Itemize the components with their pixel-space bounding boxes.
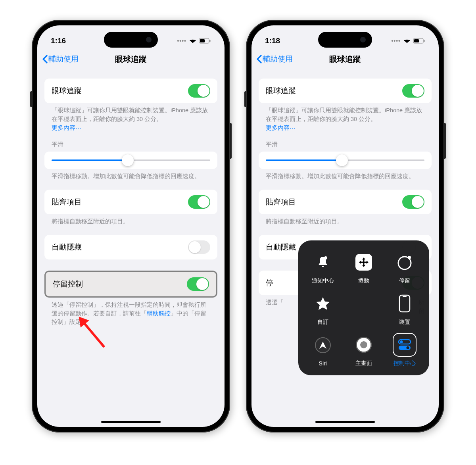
back-label: 輔助使用 [263,54,293,64]
eye-tracking-cell[interactable]: 眼球追蹤 [259,79,432,103]
cellular-icon: •••• [177,38,186,44]
smoothing-header: 平滑 [44,141,217,152]
cellular-icon: •••• [391,38,401,44]
star-icon [315,296,331,311]
svg-rect-8 [361,262,367,263]
eye-tracking-label: 眼球追蹤 [52,86,82,96]
svg-rect-5 [424,40,425,42]
at-home[interactable]: 主畫面 [343,330,384,370]
auto-hide-cell[interactable]: 自動隱藏 [44,235,217,259]
battery-icon [199,38,211,44]
at-scroll[interactable]: 捲動 [343,248,384,287]
nav-bar: 輔助使用 眼球追蹤 [37,49,225,69]
status-time: 1:16 [51,37,66,45]
smoothing-cell [259,152,432,169]
svg-point-15 [400,340,403,343]
eye-tracking-label: 眼球追蹤 [266,86,296,96]
smoothing-slider[interactable] [52,159,210,161]
nav-bar: 輔助使用 眼球追蹤 [251,49,439,69]
eye-tracking-footer: 「眼球追蹤」可讓你只用雙眼就能控制裝置。iPhone 應該放在平穩表面上，距離你… [44,103,217,132]
bell-icon [315,254,331,270]
chevron-left-icon [256,55,262,63]
eye-tracking-footer: 「眼球追蹤」可讓你只用雙眼就能控制裝置。iPhone 應該放在平穩表面上，距離你… [259,103,432,132]
back-label: 輔助使用 [48,54,79,64]
dwell-footer: 透過「停留控制」，保持注視一段指定的時間，即會執行所選的停留動作。若要自訂，請前… [44,298,217,327]
at-notification-center[interactable]: 通知中心 [302,248,343,287]
device-icon [398,294,411,313]
dwell-cell[interactable]: 停留控制 [44,271,217,298]
auto-hide-label: 自動隱藏 [266,242,296,252]
snap-toggle[interactable] [402,195,424,209]
page-title: 眼球追蹤 [115,54,147,65]
battery-icon [413,38,425,44]
smoothing-footer: 平滑指標移動。增加此數值可能會降低指標的回應速度。 [259,169,432,181]
smoothing-footer: 平滑指標移動。增加此數值可能會降低指標的回應速度。 [44,169,217,181]
dynamic-island [318,32,372,48]
snap-label: 貼齊項目 [266,197,296,207]
at-dwell[interactable]: 停留 [384,248,425,287]
control-center-icon [396,336,413,353]
assistivetouch-menu: 通知中心 捲動 停留 自訂 裝置 Siri [298,240,429,375]
svg-rect-11 [399,295,410,312]
assistive-touch-link[interactable]: 輔助觸控 [147,310,171,317]
more-link[interactable]: 更多內容⋯ [266,125,296,131]
smoothing-cell [44,152,217,169]
at-custom[interactable]: 自訂 [302,289,343,329]
wifi-icon [403,38,411,44]
more-link[interactable]: 更多內容⋯ [52,125,81,131]
dwell-toggle[interactable] [187,277,209,291]
svg-rect-2 [209,40,211,42]
dwell-icon [396,254,413,271]
phone-right: 1:18 •••• 輔助使用 眼球追蹤 [246,20,444,432]
screen: 1:18 •••• 輔助使用 眼球追蹤 [251,25,439,427]
dwell-label: 停留控制 [53,279,83,289]
snap-footer: 將指標自動移至附近的項目。 [259,214,432,226]
svg-point-10 [408,256,411,259]
at-control-center[interactable]: 控制中心 [384,330,425,370]
page-title: 眼球追蹤 [329,54,361,65]
snap-cell[interactable]: 貼齊項目 [259,190,432,214]
snap-cell[interactable]: 貼齊項目 [44,190,217,214]
svg-rect-1 [200,39,205,42]
auto-hide-toggle[interactable] [188,240,210,254]
phone-left: 1:16 •••• 輔助使用 眼球追蹤 [32,20,230,432]
at-device[interactable]: 裝置 [384,289,425,329]
dwell-label-partial: 停 [266,278,273,288]
screen: 1:16 •••• 輔助使用 眼球追蹤 [37,25,225,427]
home-indicator[interactable] [101,421,161,423]
at-siri[interactable]: Siri [302,330,343,370]
back-button[interactable]: 輔助使用 [42,54,79,64]
smoothing-slider[interactable] [266,159,424,161]
svg-point-17 [407,346,409,349]
snap-footer: 將指標自動移至附近的項目。 [44,214,217,226]
snap-label: 貼齊項目 [52,197,82,207]
home-icon [356,337,372,353]
status-time: 1:18 [265,37,280,45]
eye-tracking-toggle[interactable] [188,84,210,98]
svg-rect-12 [403,296,407,297]
svg-point-6 [324,256,327,259]
home-indicator[interactable] [315,421,375,423]
wifi-icon [189,38,197,44]
chevron-left-icon [42,55,48,63]
snap-toggle[interactable] [188,195,210,209]
auto-hide-label: 自動隱藏 [52,242,82,252]
dynamic-island [104,32,158,48]
eye-tracking-cell[interactable]: 眼球追蹤 [44,79,217,103]
siri-icon [315,337,331,354]
svg-rect-4 [414,39,419,42]
back-button[interactable]: 輔助使用 [256,54,293,64]
smoothing-header: 平滑 [259,141,432,152]
scroll-icon [355,254,372,271]
eye-tracking-toggle[interactable] [402,84,424,98]
